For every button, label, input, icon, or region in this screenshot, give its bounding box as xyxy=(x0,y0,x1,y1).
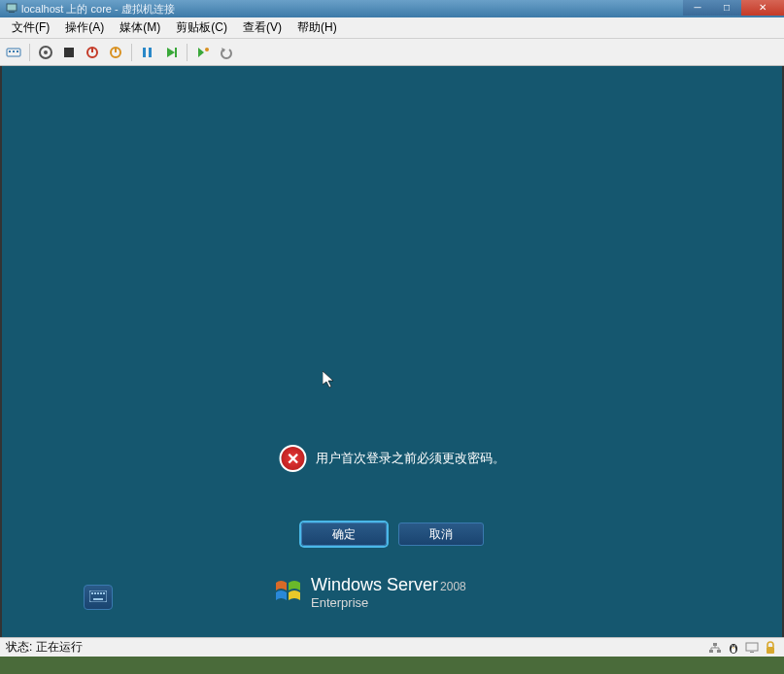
svg-rect-27 xyxy=(93,598,103,600)
svg-rect-0 xyxy=(7,4,17,11)
svg-marker-17 xyxy=(198,48,204,57)
svg-rect-38 xyxy=(767,647,774,654)
toolbar-separator xyxy=(131,44,132,61)
svg-rect-4 xyxy=(13,51,15,52)
svg-rect-26 xyxy=(103,592,105,594)
guest-display[interactable]: ✕ 用户首次登录之前必须更改密码。 确定 取消 Windows Server20… xyxy=(0,66,784,637)
status-bar: 状态: 正在运行 xyxy=(0,637,784,657)
vm-icon xyxy=(6,2,17,16)
menu-clipboard[interactable]: 剪贴板(C) xyxy=(168,17,235,38)
svg-point-34 xyxy=(733,645,735,647)
svg-rect-16 xyxy=(175,48,177,57)
menu-media[interactable]: 媒体(M) xyxy=(112,17,168,38)
reset-icon[interactable] xyxy=(161,43,181,62)
maximize-button[interactable]: □ xyxy=(712,0,741,16)
login-message: ✕ 用户首次登录之前必须更改密码。 xyxy=(279,445,505,472)
svg-rect-14 xyxy=(149,48,152,57)
menu-bar: 文件(F) 操作(A) 媒体(M) 剪贴板(C) 查看(V) 帮助(H) xyxy=(0,17,784,39)
menu-action[interactable]: 操作(A) xyxy=(57,17,112,38)
svg-rect-30 xyxy=(713,643,717,646)
svg-rect-24 xyxy=(97,592,99,594)
product-year: 2008 xyxy=(440,580,466,593)
pause-icon[interactable] xyxy=(138,43,157,62)
display-icon xyxy=(744,640,760,656)
toolbar-separator xyxy=(187,44,187,61)
ok-button[interactable]: 确定 xyxy=(301,522,387,546)
keyboard-icon xyxy=(89,590,107,605)
penguin-icon xyxy=(726,640,741,656)
os-branding: Windows Server2008 Enterprise xyxy=(274,575,466,610)
minimize-button[interactable]: ─ xyxy=(683,0,712,16)
window-title: localhost 上的 core - 虚拟机连接 xyxy=(21,2,175,17)
login-message-text: 用户首次登录之前必须更改密码。 xyxy=(316,450,505,467)
status-text: 状态: 正在运行 xyxy=(6,639,83,656)
svg-rect-29 xyxy=(717,650,721,653)
network-icon xyxy=(707,640,723,656)
mouse-cursor-icon xyxy=(323,371,336,391)
dialog-buttons: 确定 取消 xyxy=(301,522,484,546)
svg-rect-36 xyxy=(746,643,758,651)
svg-rect-5 xyxy=(17,51,18,52)
toolbar xyxy=(0,39,784,66)
snapshot-icon[interactable] xyxy=(193,43,213,62)
shutdown-icon[interactable] xyxy=(83,43,102,62)
menu-file[interactable]: 文件(F) xyxy=(4,17,57,38)
error-icon: ✕ xyxy=(279,445,306,472)
svg-rect-21 xyxy=(89,590,107,602)
window-controls: ─ □ ✕ xyxy=(683,0,784,16)
svg-point-18 xyxy=(205,48,209,51)
svg-rect-1 xyxy=(9,12,15,13)
cancel-button[interactable]: 取消 xyxy=(398,522,484,546)
svg-rect-23 xyxy=(94,592,96,594)
toolbar-separator xyxy=(29,44,30,61)
windows-logo-icon xyxy=(274,577,303,609)
start-icon[interactable] xyxy=(36,43,55,62)
status-icons xyxy=(707,640,778,656)
revert-icon[interactable] xyxy=(217,43,236,62)
close-button[interactable]: ✕ xyxy=(741,0,784,16)
svg-rect-28 xyxy=(709,650,713,653)
ease-of-access-button[interactable] xyxy=(84,585,113,610)
ctrl-alt-del-icon[interactable] xyxy=(4,43,23,62)
product-name: Windows Server xyxy=(311,575,438,594)
svg-point-7 xyxy=(44,51,48,54)
svg-marker-15 xyxy=(167,48,175,57)
svg-rect-3 xyxy=(9,51,11,52)
svg-rect-25 xyxy=(100,592,102,594)
svg-marker-20 xyxy=(323,371,333,388)
save-icon[interactable] xyxy=(106,43,125,62)
svg-point-33 xyxy=(732,645,733,647)
svg-rect-22 xyxy=(91,592,93,594)
svg-rect-37 xyxy=(750,652,754,653)
lock-icon xyxy=(763,640,778,656)
window-titlebar: localhost 上的 core - 虚拟机连接 ─ □ ✕ xyxy=(0,0,784,17)
turnoff-icon[interactable] xyxy=(59,43,79,62)
menu-help[interactable]: 帮助(H) xyxy=(290,17,345,38)
svg-rect-8 xyxy=(64,48,74,57)
svg-rect-13 xyxy=(143,48,146,57)
menu-view[interactable]: 查看(V) xyxy=(235,17,290,38)
branding-text: Windows Server2008 Enterprise xyxy=(311,575,466,610)
product-edition: Enterprise xyxy=(311,595,466,610)
